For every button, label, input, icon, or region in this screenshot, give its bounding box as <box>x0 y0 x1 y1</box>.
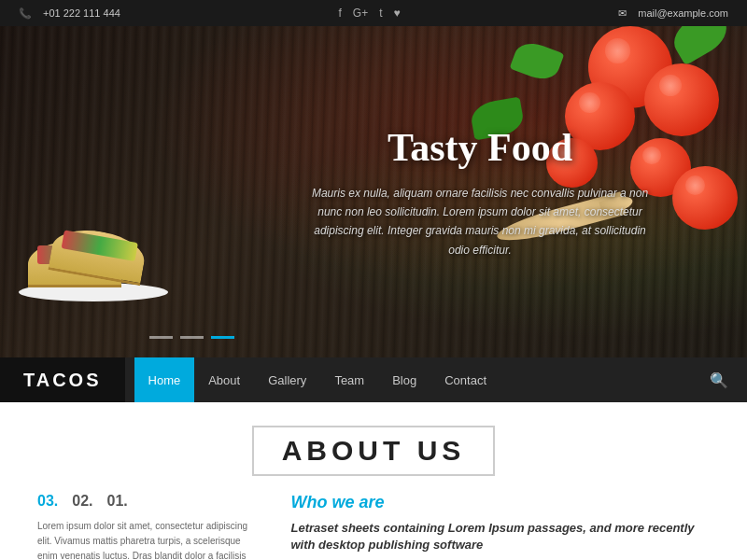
slider-dot-1[interactable] <box>149 336 173 339</box>
search-button[interactable]: 🔍 <box>691 371 747 389</box>
nav-team[interactable]: Team <box>320 357 378 402</box>
hero-section: Tasty Food Mauris ex nulla, aliquam orna… <box>0 26 747 357</box>
basil-leaf <box>667 26 734 65</box>
about-left-text: Lorem ipsum dolor sit amet, consectetur … <box>37 519 263 560</box>
search-icon[interactable]: 🔍 <box>710 372 728 388</box>
google-plus-icon[interactable]: G+ <box>353 7 368 20</box>
top-bar-right: ✉ mail@example.com <box>618 7 728 20</box>
email-address: mail@example.com <box>638 7 728 19</box>
top-bar-left: 📞 +01 222 111 444 <box>19 7 120 20</box>
hero-title: Tasty Food <box>303 124 657 169</box>
about-title: ABOUT US <box>252 426 496 476</box>
about-section: ABOUT US 03. 02. 01. Lorem ipsum dolor s… <box>0 402 747 560</box>
hero-subtitle: Mauris ex nulla, aliquam ornare facilisi… <box>303 183 657 259</box>
nav-links: Home About Gallery Team Blog Contact <box>125 357 691 402</box>
about-numbers[interactable]: 03. 02. 01. <box>37 493 263 510</box>
twitter-icon[interactable]: t <box>379 7 382 20</box>
brand-logo[interactable]: TACOS <box>0 357 125 402</box>
slider-dot-3[interactable] <box>211 336 234 339</box>
facebook-icon[interactable]: f <box>338 7 341 20</box>
hero-content: Tasty Food Mauris ex nulla, aliquam orna… <box>303 124 657 259</box>
slider-dot-2[interactable] <box>180 336 204 339</box>
taco-filling <box>62 230 138 261</box>
hero-food-image <box>9 199 177 311</box>
nav-contact[interactable]: Contact <box>430 357 500 402</box>
about-num-2[interactable]: 02. <box>72 493 92 510</box>
phone-icon: 📞 <box>19 7 32 20</box>
top-bar: 📞 +01 222 111 444 f G+ t ♥ ✉ mail@exampl… <box>0 0 747 26</box>
about-left: 03. 02. 01. Lorem ipsum dolor sit amet, … <box>37 493 263 560</box>
nav-gallery[interactable]: Gallery <box>254 357 320 402</box>
about-title-wrap: ABOUT US <box>37 426 710 476</box>
basil-leaf <box>510 38 565 85</box>
about-right: Who we are Letraset sheets containing Lo… <box>291 493 711 560</box>
tomato <box>672 166 738 230</box>
nav-about[interactable]: About <box>194 357 254 402</box>
about-num-3[interactable]: 03. <box>37 493 58 510</box>
nav-blog[interactable]: Blog <box>378 357 430 402</box>
who-we-are-title: Who we are <box>291 493 711 512</box>
navigation: TACOS Home About Gallery Team Blog Conta… <box>0 357 747 402</box>
about-content: 03. 02. 01. Lorem ipsum dolor sit amet, … <box>37 493 710 560</box>
slider-dots[interactable] <box>149 336 234 339</box>
email-icon: ✉ <box>618 7 627 20</box>
about-num-1[interactable]: 01. <box>107 493 128 510</box>
phone-number: +01 222 111 444 <box>43 7 120 19</box>
pinterest-icon[interactable]: ♥ <box>394 7 401 20</box>
nav-home[interactable]: Home <box>134 357 195 402</box>
social-links[interactable]: f G+ t ♥ <box>338 7 400 20</box>
who-subtitle: Letraset sheets containing Lorem Ipsum p… <box>291 520 711 553</box>
